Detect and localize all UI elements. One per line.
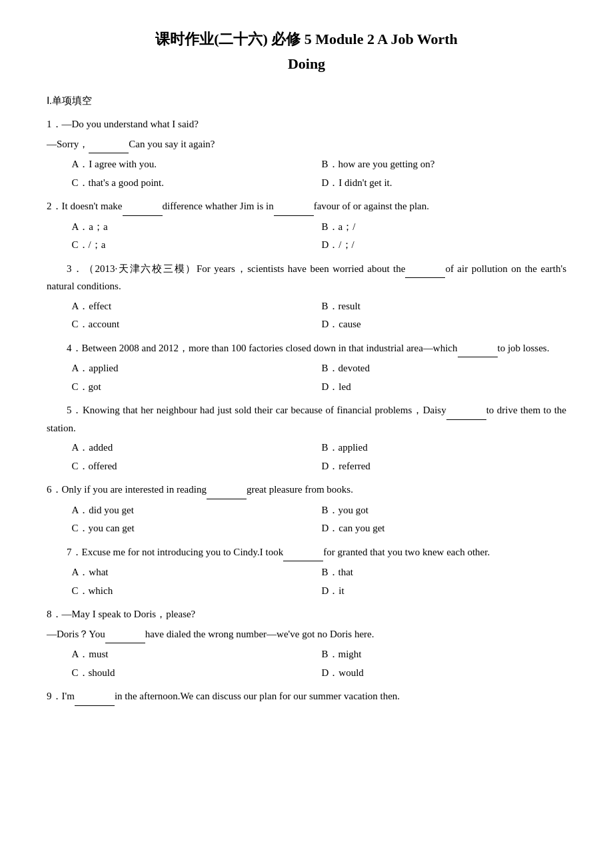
q2-optD: D．/；/ (316, 237, 566, 254)
q4-optD: D．led (316, 379, 566, 396)
q8-text1: 8．—May I speak to Doris，please? (47, 606, 566, 623)
q7-optA: A．what (67, 564, 316, 581)
q3-optA: A．effect (67, 298, 316, 315)
q8-optB: B．might (316, 646, 566, 663)
q2-optA: A．a；a (67, 219, 316, 236)
question-5: 5．Knowing that her neighbour had just so… (47, 402, 566, 475)
q6-optC: C．you can get (67, 520, 316, 537)
q5-optD: D．referred (316, 458, 566, 475)
q2-optB: B．a；/ (316, 219, 566, 236)
q5-text: 5．Knowing that her neighbour had just so… (47, 402, 566, 437)
q5-optC: C．offered (67, 458, 316, 475)
q5-optA: A．added (67, 439, 316, 457)
q1-text1: 1．—Do you understand what I said? (47, 116, 566, 133)
q6-optD: D．can you get (316, 520, 566, 537)
q1-optA: A．I agree with you. (67, 156, 316, 173)
q4-options2: C．got D．led (67, 379, 566, 396)
q8-optC: C．should (67, 665, 316, 682)
q8-optA: A．must (67, 646, 316, 663)
q6-options1: A．did you get B．you got (67, 502, 566, 519)
q4-optC: C．got (67, 379, 316, 396)
q3-options2: C．account D．cause (67, 316, 566, 333)
q8-options1: A．must B．might (67, 646, 566, 663)
question-9: 9．I'm in the afternoon.We can discuss ou… (47, 688, 566, 706)
q7-optC: C．which (67, 583, 316, 600)
question-6: 6．Only if you are interested in reading … (47, 481, 566, 537)
question-4: 4．Between 2008 and 2012，more than 100 fa… (47, 340, 566, 396)
question-2: 2．It doesn't make difference whather Jim… (47, 198, 566, 254)
section1-header: Ⅰ.单项填空 (47, 93, 566, 110)
q5-options2: C．offered D．referred (67, 458, 566, 475)
q1-options2: C．that's a good point. D．I didn't get it… (67, 175, 566, 192)
q5-optB: B．applied (316, 439, 566, 457)
q2-options1: A．a；a B．a；/ (67, 219, 566, 236)
q3-optC: C．account (67, 316, 316, 333)
q4-optA: A．applied (67, 360, 316, 377)
q8-text2: —Doris？You have dialed the wrong number—… (47, 626, 566, 644)
section1: Ⅰ.单项填空 1．—Do you understand what I said?… (47, 93, 566, 706)
q6-options2: C．you can get D．can you get (67, 520, 566, 537)
title-area: 课时作业(二十六) 必修 5 Module 2 A Job Worth Doin… (47, 27, 566, 77)
q7-optB: B．that (316, 564, 566, 581)
q9-text: 9．I'm in the afternoon.We can discuss ou… (47, 688, 566, 706)
q1-text2: —Sorry， Can you say it again? (47, 136, 566, 154)
q6-text: 6．Only if you are interested in reading … (47, 481, 566, 499)
q8-options2: C．should D．would (67, 665, 566, 682)
q2-text: 2．It doesn't make difference whather Jim… (47, 198, 566, 216)
title-line2: Doing (47, 51, 566, 76)
q4-optB: B．devoted (316, 360, 566, 377)
question-1: 1．—Do you understand what I said? —Sorry… (47, 116, 566, 191)
q1-optB: B．how are you getting on? (316, 156, 566, 173)
q7-options1: A．what B．that (67, 564, 566, 581)
q4-options1: A．applied B．devoted (67, 360, 566, 377)
q1-options: A．I agree with you. B．how are you gettin… (67, 156, 566, 173)
q1-optC: C．that's a good point. (67, 175, 316, 192)
q3-optB: B．result (316, 298, 566, 315)
q2-optC: C．/；a (67, 237, 316, 254)
q3-optD: D．cause (316, 316, 566, 333)
q6-optA: A．did you get (67, 502, 316, 519)
q6-optB: B．you got (316, 502, 566, 519)
q2-options2: C．/；a D．/；/ (67, 237, 566, 254)
q4-text: 4．Between 2008 and 2012，more than 100 fa… (47, 340, 566, 358)
q7-optD: D．it (316, 583, 566, 600)
question-7: 7．Excuse me for not introducing you to C… (47, 544, 566, 600)
question-3: 3．（2013·天津六校三模）For years，scientists have… (47, 261, 566, 333)
q3-options1: A．effect B．result (67, 298, 566, 315)
q7-options2: C．which D．it (67, 583, 566, 600)
q5-options1: A．added B．applied (67, 439, 566, 457)
question-8: 8．—May I speak to Doris，please? —Doris？Y… (47, 606, 566, 681)
title-line1: 课时作业(二十六) 必修 5 Module 2 A Job Worth (47, 27, 566, 51)
q1-optD: D．I didn't get it. (316, 175, 566, 192)
q8-optD: D．would (316, 665, 566, 682)
q3-text: 3．（2013·天津六校三模）For years，scientists have… (47, 261, 566, 295)
q7-text: 7．Excuse me for not introducing you to C… (47, 544, 566, 562)
